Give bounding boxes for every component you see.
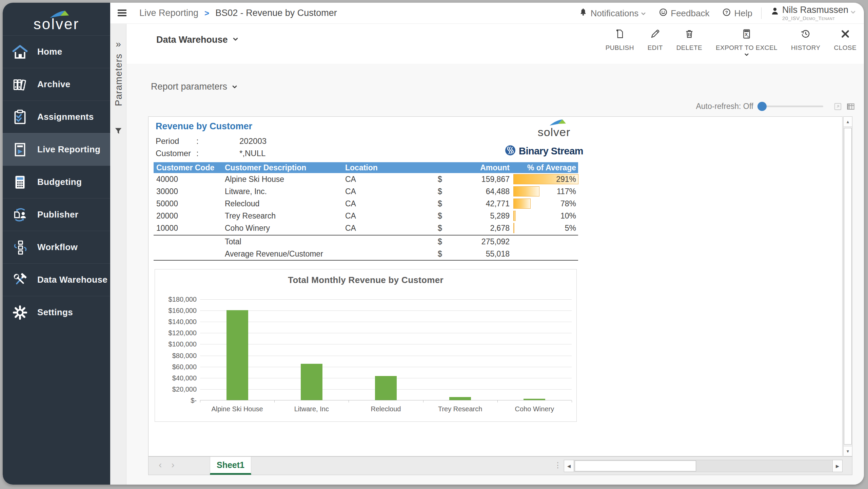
pct-value: 5% — [565, 224, 576, 233]
sidebar-item-assignments[interactable]: Assignments — [3, 100, 110, 133]
x-axis-tick — [572, 400, 572, 402]
settings-icon — [12, 304, 28, 321]
solver-triangle-icon — [531, 119, 577, 126]
sidebar-item-live-reporting[interactable]: Live Reporting — [3, 133, 110, 166]
meta-colon: : — [196, 136, 239, 146]
table-row: 40000Alpine Ski HouseCA$159,867291% — [154, 173, 578, 185]
feedback-button[interactable]: Feedback — [659, 8, 709, 19]
summary-row: Total$275,092 — [154, 236, 578, 248]
y-axis-tick-label: $20,000 — [156, 385, 197, 393]
y-axis-tick-label: $- — [156, 397, 197, 405]
horizontal-scrollbar[interactable]: ◀ ▶ — [564, 460, 843, 472]
vertical-scrollbar[interactable]: ▲ ▼ — [843, 116, 852, 456]
chevron-down-icon[interactable] — [848, 5, 859, 16]
chart-bar — [226, 310, 248, 400]
sidebar-item-archive[interactable]: Archive — [3, 68, 110, 100]
cell-amount: $5,289 — [435, 211, 513, 221]
sidebar-item-home[interactable]: Home — [3, 35, 110, 68]
auto-refresh-slider-knob[interactable] — [757, 102, 767, 111]
source-selector[interactable]: Data Warehouse — [151, 35, 238, 45]
close-icon — [840, 29, 851, 41]
scroll-right-button[interactable]: ▶ — [832, 460, 843, 472]
scroll-left-button[interactable]: ◀ — [564, 460, 574, 472]
sidebar-item-workflow[interactable]: Workflow — [3, 231, 110, 263]
sidebar-nav: HomeArchiveAssignmentsLive ReportingBudg… — [3, 35, 110, 328]
filter-icon[interactable] — [114, 127, 123, 135]
meta-value: 202003 — [239, 136, 267, 146]
sheet-nav-arrows[interactable]: ‹› — [159, 459, 184, 470]
cell-pct-of-average: 117% — [513, 185, 578, 198]
tab-sheet1[interactable]: Sheet1 — [210, 457, 251, 475]
source-selector-label: Data Warehouse — [156, 35, 228, 45]
cell-customer-description: Relecloud — [225, 199, 345, 208]
hamburger-menu-icon[interactable] — [118, 10, 126, 17]
expand-parameters-icon[interactable]: » — [110, 39, 126, 50]
amount-value: 2,678 — [490, 224, 510, 233]
x-axis-category-label: Relecloud — [349, 405, 423, 413]
scroll-up-button[interactable]: ▲ — [844, 117, 852, 127]
horizontal-scrollbar-thumb[interactable] — [575, 460, 696, 471]
auto-refresh-slider[interactable] — [759, 106, 823, 107]
sidebar-item-budgeting[interactable]: Budgeting — [3, 166, 110, 198]
scroll-down-button[interactable]: ▼ — [844, 446, 852, 456]
expand-view-icon[interactable] — [833, 102, 842, 111]
grid-view-icon[interactable] — [846, 102, 855, 111]
cell-amount: $159,867 — [435, 175, 513, 184]
cell-location: CA — [345, 211, 435, 221]
chart-gridline — [200, 367, 572, 367]
cell-location: CA — [345, 199, 435, 208]
cell-pct-of-average: 78% — [513, 198, 578, 210]
currency-symbol: $ — [438, 175, 442, 184]
sidebar-item-settings[interactable]: Settings — [3, 296, 110, 328]
breadcrumb-parent[interactable]: Live Reporting — [139, 8, 198, 18]
user-name: Nils Rasmussen — [782, 5, 848, 15]
page-title: BS02 - Revenue by Customer — [215, 8, 337, 18]
edit-button[interactable]: EDIT — [648, 29, 663, 52]
meta-label: Customer — [156, 149, 196, 158]
publish-button[interactable]: PUBLISH — [606, 29, 634, 52]
export-to-excel-button[interactable]: XEXPORT TO EXCEL — [716, 29, 777, 58]
parameters-panel-label[interactable]: Parameters — [113, 54, 124, 106]
toolbar-actions: PUBLISHEDITDELETEXEXPORT TO EXCELHISTORY… — [592, 29, 856, 58]
sidebar-item-label: Settings — [37, 307, 73, 318]
y-axis-tick-label: $60,000 — [156, 363, 197, 371]
notifications-button[interactable]: Notifications — [579, 8, 646, 19]
app-screenshot: solver HomeArchiveAssignmentsLive Report… — [0, 0, 868, 489]
cell-customer-code: 10000 — [154, 224, 225, 233]
report-parameters-toggle[interactable]: Report parameters — [151, 81, 237, 92]
chart-bar — [449, 397, 471, 400]
pct-value: 291% — [556, 175, 576, 184]
report-title: Revenue by Customer — [156, 121, 252, 132]
tab-bar-divider-dots: ⋮ — [554, 461, 561, 470]
delete-button[interactable]: DELETE — [676, 29, 702, 52]
amount-value: 64,488 — [486, 187, 510, 196]
user-menu[interactable]: Nils Rasmussen 20_ISV_Demo_Tenant — [770, 5, 859, 21]
chart-gridline — [200, 311, 572, 311]
help-button[interactable]: ? Help — [722, 8, 752, 19]
vertical-scrollbar-thumb[interactable] — [844, 128, 852, 445]
summary-label: Total — [225, 237, 345, 246]
sidebar-item-label: Home — [37, 46, 62, 57]
help-label: Help — [734, 8, 752, 19]
data-bar — [513, 186, 539, 196]
amount-value: 159,867 — [481, 175, 510, 184]
spreadsheet-pane: Revenue by Customer Period : 202003 Cust… — [148, 116, 843, 456]
currency-symbol: $ — [438, 249, 442, 259]
currency-symbol: $ — [438, 199, 442, 208]
x-axis-tick — [349, 400, 349, 402]
sidebar-item-label: Assignments — [37, 112, 94, 122]
revenue-chart: Total Monthly Revenue by Customer $-$20,… — [155, 269, 577, 422]
sidebar-item-publisher[interactable]: Publisher — [3, 198, 110, 231]
horizontal-scrollbar-track[interactable] — [574, 460, 832, 472]
chevron-down-icon — [744, 52, 749, 58]
chart-bar — [375, 376, 397, 400]
y-axis-tick-label: $40,000 — [156, 374, 197, 382]
x-axis-category-label: Coho Winery — [497, 405, 572, 413]
history-button[interactable]: HISTORY — [791, 29, 821, 52]
table-row: 50000RelecloudCA$42,77178% — [154, 198, 578, 210]
cell-customer-code: 50000 — [154, 199, 225, 208]
amount-value: 275,092 — [481, 237, 510, 246]
pct-value: 78% — [560, 199, 576, 208]
close-button[interactable]: CLOSE — [834, 29, 856, 52]
sidebar-item-data-warehouse[interactable]: Data Warehouse — [3, 263, 110, 296]
